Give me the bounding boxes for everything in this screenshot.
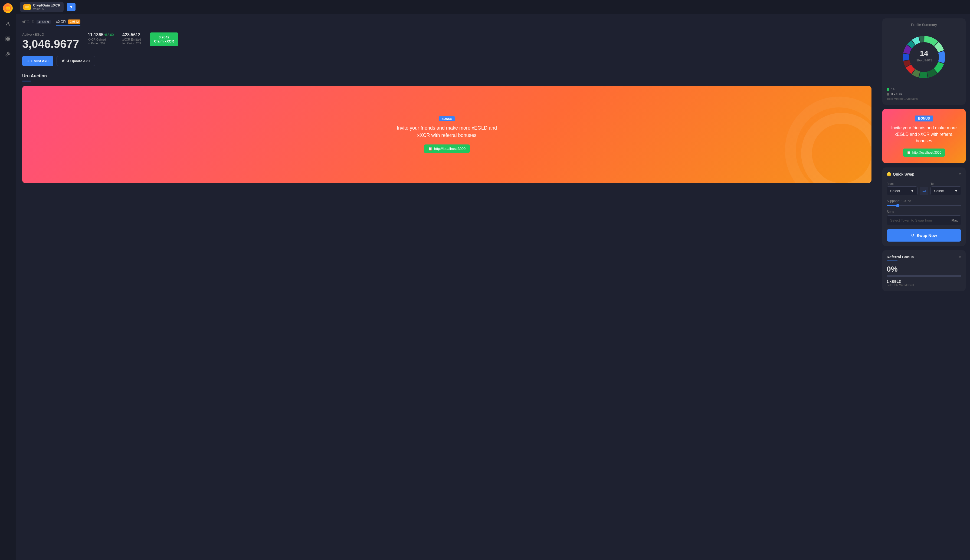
sidebar-item-dashboard[interactable] (3, 35, 12, 43)
referral-underline (887, 260, 897, 261)
chart-legend: 14 0 xXCR Total Minted Cryptgains (887, 87, 961, 100)
svg-rect-3 (6, 37, 8, 39)
update-icon: ↺ (62, 59, 65, 63)
banner-title: Invite your friends and make more xEGLD … (393, 125, 501, 139)
svg-point-2 (7, 22, 9, 24)
slippage-label: Slippage: 1.00 % (887, 199, 911, 203)
sidebar-item-profile[interactable] (3, 20, 12, 28)
auction-banner: BONUS Invite your friends and make more … (22, 86, 871, 183)
main-content: xEGLD 41.6869 xXCR 0.9542 Active xEGLD 3… (16, 14, 878, 560)
svg-rect-4 (8, 37, 10, 39)
bonus-link-text: http://localhost:3000 (912, 151, 941, 155)
svg-rect-9 (28, 7, 29, 8)
tab-xxcr-badge: 0.9542 (68, 20, 80, 24)
emitted-block: 428.5612 xXCR Emitted for Period 209 (122, 32, 141, 45)
banner-circle-2 (785, 97, 871, 183)
swap-direction-button[interactable]: ⇌ (920, 187, 928, 195)
mint-button[interactable]: + + Mint Aku (22, 56, 53, 66)
emitted-label: xXCR Emitted (122, 38, 141, 41)
donut-center-number: 14 (920, 49, 928, 58)
wallet-dropdown[interactable]: ▼ (67, 3, 75, 12)
send-label: Send (887, 210, 961, 214)
big-number: 3,046.9677 (22, 38, 79, 51)
copy-icon: 📋 (428, 147, 432, 151)
legend-dot-nfts (887, 88, 889, 91)
section-title: Uru Auction (22, 73, 871, 78)
topbar: CryptGain xXCR Value: $0 ▼ (16, 0, 970, 14)
wallet-name: CryptGain xXCR (33, 3, 60, 7)
mint-label: + Mint Aku (31, 59, 49, 63)
update-label: ↺ Update Aku (66, 59, 90, 63)
swap-from-side: From Select ▼ (887, 182, 918, 195)
main-wrapper: CryptGain xXCR Value: $0 ▼ xEGLD 41.6869… (16, 0, 970, 560)
slider-thumb (896, 204, 899, 207)
update-button[interactable]: ↺ ↺ Update Aku (57, 56, 95, 66)
referral-title-text: Referral Bonus (887, 255, 914, 259)
referral-sub: Left Until Withdrawal (887, 283, 961, 287)
wallet-icon (23, 4, 31, 10)
coin-icon: 🪙 (887, 172, 891, 177)
quick-swap-panel: 🪙 Quick Swap ○ From Select ▼ ⇌ (882, 167, 966, 246)
referral-egld: 1 xEGLD (887, 280, 961, 283)
max-button[interactable]: Max (952, 218, 958, 222)
gained-period: in Period 209 (88, 42, 114, 45)
gained-change: %2.60 (105, 33, 114, 37)
svg-rect-5 (6, 40, 8, 41)
referral-panel: Referral Bonus ○ 0% 1 xEGLD Left Until W… (882, 250, 966, 291)
active-stats: Active xEGLD 3,046.9677 (22, 32, 79, 51)
swap-from-to: From Select ▼ ⇌ To Select ▼ (887, 182, 961, 195)
bonus-card: BONUS Invite your friends and make more … (882, 109, 966, 163)
emitted-period: for Period 209 (122, 42, 141, 45)
section-underline (22, 81, 31, 82)
quick-swap-underline (887, 178, 897, 178)
quick-swap-toggle[interactable]: ○ (958, 172, 961, 177)
swap-now-label: Swap Now (917, 233, 937, 238)
tab-xxcr[interactable]: xXCR 0.9542 (56, 20, 80, 26)
quick-swap-title-text: Quick Swap (893, 172, 914, 177)
claim-button[interactable]: 0.9542 Claim xXCR (150, 32, 179, 46)
slippage-row: Slippage: 1.00 % (887, 199, 961, 203)
legend-item-xxcr: 0 xXCR (887, 92, 961, 96)
quick-swap-header: 🪙 Quick Swap ○ (887, 172, 961, 177)
emitted-value: 428.5612 (122, 32, 141, 37)
action-buttons: + + Mint Aku ↺ ↺ Update Aku (22, 56, 871, 66)
swap-to-select[interactable]: Select ▼ (930, 187, 961, 195)
swap-now-button[interactable]: ↺ Swap Now (887, 229, 961, 242)
wallet-details: CryptGain xXCR Value: $0 (33, 3, 60, 10)
send-input-placeholder[interactable]: Select Token to Swap from (890, 218, 952, 222)
tab-xegld-label: xEGLD (22, 20, 34, 24)
gained-label: xXCR Gained (88, 38, 114, 41)
banner-link[interactable]: 📋 http://localhost:3000 (424, 145, 470, 153)
content-area: xEGLD 41.6869 xXCR 0.9542 Active xEGLD 3… (16, 14, 970, 560)
wallet-value: Value: $0 (33, 7, 60, 10)
swap-from-select[interactable]: Select ▼ (887, 187, 918, 195)
stats-row: Active xEGLD 3,046.9677 11.1365 %2.60 xX… (22, 32, 871, 51)
active-label: Active xEGLD (22, 32, 79, 37)
tab-xegld[interactable]: xEGLD 41.6869 (22, 20, 51, 26)
bonus-badge: BONUS (915, 115, 933, 122)
quick-swap-title: 🪙 Quick Swap (887, 172, 914, 177)
wallet-info[interactable]: CryptGain xXCR Value: $0 (20, 2, 63, 12)
logo-icon[interactable]: CG (3, 3, 13, 13)
referral-toggle[interactable]: ○ (958, 255, 961, 260)
claim-label: Claim xXCR (154, 39, 174, 43)
legend-nfts-count: 14 (891, 87, 895, 91)
banner-badge: BONUS (439, 116, 455, 121)
bonus-link[interactable]: 📋 http://localhost:3000 (903, 148, 945, 157)
donut-center-label: ISIAKU NFTS (916, 59, 932, 62)
send-input-row: Select Token to Swap from Max (887, 215, 961, 225)
legend-item-nfts: 14 (887, 87, 961, 91)
gained-block: 11.1365 %2.60 xXCR Gained in Period 209 (88, 32, 114, 45)
claim-value: 0.9542 (154, 35, 174, 39)
svg-text:CG: CG (6, 7, 10, 10)
mint-icon: + (27, 59, 29, 63)
legend-dot-xxcr (887, 93, 889, 95)
legend-xxcr-value: 0 xXCR (891, 92, 902, 96)
slippage-slider[interactable] (887, 205, 961, 206)
bonus-copy-icon: 📋 (907, 151, 911, 155)
referral-bar (887, 275, 961, 277)
profile-panel-title: Profile Summary (887, 23, 961, 27)
sidebar-item-tools[interactable] (3, 50, 12, 58)
swap-from-value: Select (890, 189, 900, 193)
swap-icon: ↺ (911, 233, 915, 238)
